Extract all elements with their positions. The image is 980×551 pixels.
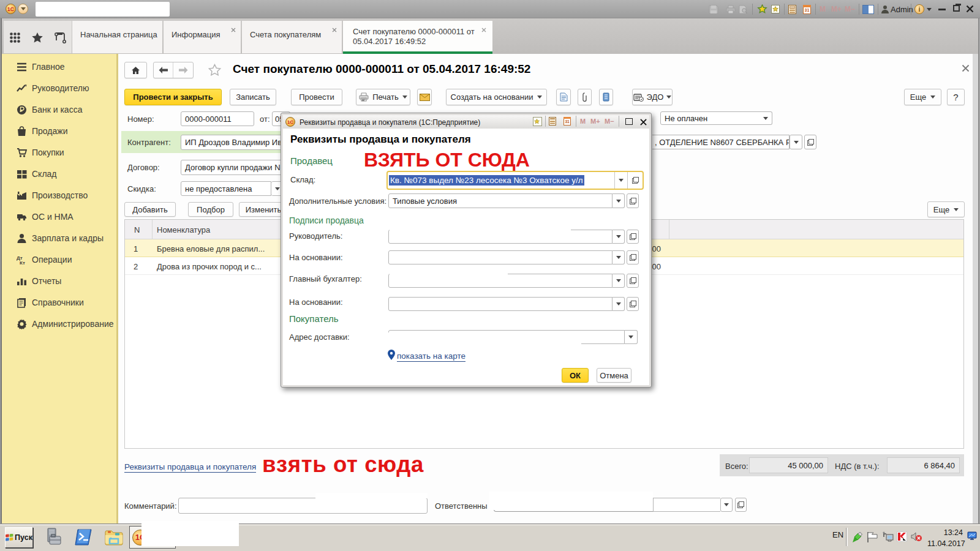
svg-text:Кт: Кт bbox=[20, 260, 25, 265]
